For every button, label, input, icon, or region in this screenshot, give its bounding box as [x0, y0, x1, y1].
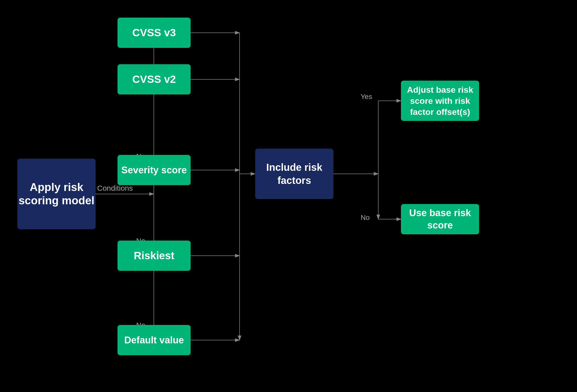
cvss-v2-label: CVSS v2 — [132, 73, 176, 85]
apply-risk-label: Apply risk scoring model — [17, 181, 96, 207]
yes2-label: Yes — [361, 93, 372, 101]
conditions-label: Conditions — [97, 184, 133, 192]
cvss-v3-node: CVSS v3 — [118, 18, 191, 48]
severity-score-node: Severity score — [118, 155, 191, 185]
severity-score-label: Severity score — [121, 165, 187, 176]
cvss-v3-label: CVSS v3 — [132, 27, 176, 39]
include-risk-factors-node: Include risk factors — [255, 149, 333, 199]
adjust-base-risk-node: Adjust base risk score with risk factor … — [401, 81, 479, 121]
use-base-label: Use base risk score — [401, 207, 479, 232]
use-base-risk-node: Use base risk score — [401, 204, 479, 234]
adjust-base-label: Adjust base risk score with risk factor … — [401, 84, 479, 118]
include-risk-label: Include risk factors — [255, 161, 333, 187]
no5-label: No — [361, 214, 370, 222]
default-value-label: Default value — [124, 335, 184, 346]
default-value-node: Default value — [118, 325, 191, 355]
riskiest-node: Riskiest — [118, 241, 191, 271]
apply-risk-scoring-model-node: Apply risk scoring model — [17, 159, 96, 229]
riskiest-label: Riskiest — [134, 250, 174, 262]
cvss-v2-node: CVSS v2 — [118, 64, 191, 94]
